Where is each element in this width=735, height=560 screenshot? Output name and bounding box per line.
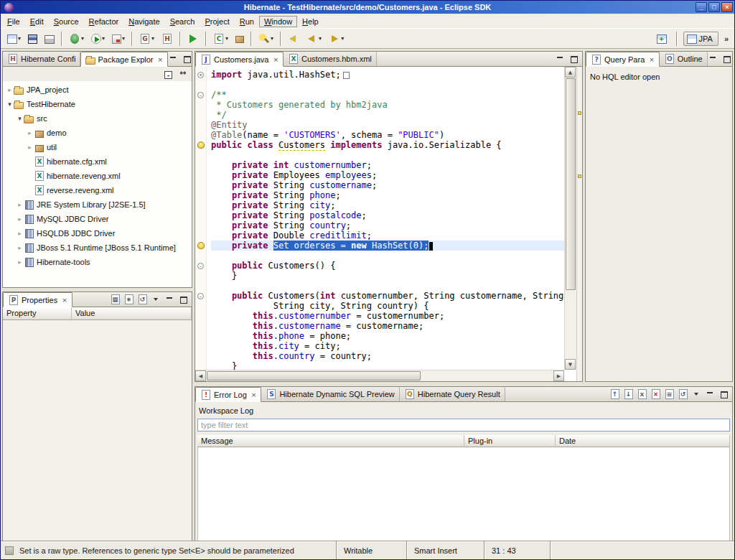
print-button[interactable] <box>42 32 57 46</box>
log-tab-error-log[interactable]: Error Log× <box>195 387 261 402</box>
expand-arrow-icon[interactable]: ▸ <box>16 215 24 223</box>
run-hql-button[interactable] <box>184 31 202 47</box>
minimize-button[interactable] <box>705 390 716 399</box>
vertical-scrollbar[interactable]: ▲ ▼ <box>564 67 576 370</box>
code-area[interactable]: import java.util.HashSet;/** * Customers… <box>207 67 564 370</box>
maximize-button[interactable] <box>178 295 189 304</box>
tree-item-hsqldb-jdbc-driver[interactable]: ▸HSQLDB JDBC Driver <box>3 226 192 241</box>
warning-icon[interactable] <box>197 242 205 249</box>
dropdown-arrow-icon[interactable]: ▾ <box>319 35 322 42</box>
maximize-button[interactable] <box>718 390 729 399</box>
tree-item-mysql-jdbc-driver[interactable]: ▸MySQL JDBC Driver <box>3 212 192 226</box>
fold-collapsed-icon[interactable]: + <box>197 72 204 78</box>
expand-arrow-icon[interactable]: ▸ <box>16 230 24 237</box>
expand-arrow-icon[interactable]: ▸ <box>26 144 34 151</box>
collapse-arrow-icon[interactable]: ▾ <box>6 101 14 108</box>
dropdown-arrow-icon[interactable]: ▾ <box>122 35 125 42</box>
menu-window[interactable]: Window <box>259 16 297 27</box>
tree-item-testhibernate[interactable]: ▾TestHibernate <box>3 97 192 111</box>
back-button[interactable]: ▾ <box>304 31 324 47</box>
new-wizard-button[interactable]: ▾ <box>4 32 24 46</box>
view-menu-button[interactable] <box>151 295 161 304</box>
title-bar[interactable]: Hibernate - TestHibernate/src/demo/Custo… <box>1 1 734 14</box>
scroll-up-button[interactable]: ▲ <box>565 67 576 78</box>
maximize-button[interactable] <box>721 55 732 64</box>
log-tab-hibernate-dynamic-sql-preview[interactable]: Hibernate Dynamic SQL Preview <box>261 387 399 401</box>
warning-icon[interactable] <box>197 141 205 149</box>
tree-item-src[interactable]: ▾src <box>3 111 192 126</box>
save-button[interactable] <box>25 32 40 46</box>
fold-expanded-icon[interactable]: - <box>197 293 204 299</box>
scroll-right-button[interactable]: ▶ <box>553 370 564 381</box>
expand-arrow-icon[interactable]: ▸ <box>26 129 34 136</box>
menu-run[interactable]: Run <box>235 16 259 27</box>
show-categories-button[interactable] <box>110 295 121 304</box>
run-button[interactable]: ▾ <box>88 32 108 46</box>
hibernate-codegen-button[interactable]: ▾ <box>136 31 157 47</box>
maximize-button[interactable] <box>568 55 579 64</box>
open-perspective-button[interactable] <box>654 32 670 46</box>
dropdown-arrow-icon[interactable]: ▾ <box>102 35 105 42</box>
filter-properties-button[interactable] <box>123 295 134 304</box>
restore-default-button[interactable] <box>137 295 148 304</box>
expand-arrow-icon[interactable]: ▸ <box>16 244 24 251</box>
tree-item-reverse-reveng-xml[interactable]: reverse.reveng.xml <box>3 183 192 197</box>
log-table-body[interactable] <box>197 447 730 555</box>
menu-refactor[interactable]: Refactor <box>84 16 124 27</box>
perspective-jpa-button[interactable]: JPA <box>683 32 718 46</box>
dropdown-arrow-icon[interactable]: ▾ <box>225 35 228 42</box>
menu-project[interactable]: Project <box>200 16 235 27</box>
collapse-all-button[interactable] <box>163 70 174 79</box>
column-header-message[interactable]: Message <box>197 435 464 447</box>
tree-item-hibernate-tools[interactable]: ▸Hibernate-tools <box>3 255 192 269</box>
fold-expanded-icon[interactable]: - <box>197 263 204 269</box>
code-editor[interactable]: +--- import java.util.HashSet;/** * Cust… <box>195 67 582 381</box>
fold-expanded-icon[interactable]: - <box>197 92 204 98</box>
scroll-left-button[interactable]: ◀ <box>195 370 206 381</box>
close-icon[interactable]: × <box>273 56 278 63</box>
external-tools-button[interactable]: ▾ <box>109 32 128 46</box>
scroll-down-button[interactable]: ▼ <box>565 359 576 370</box>
dropdown-arrow-icon[interactable]: ▾ <box>341 35 344 42</box>
tree-item-jpa-project[interactable]: ▸JPA_project <box>3 83 192 97</box>
open-log-button[interactable] <box>664 390 675 399</box>
new-package-button[interactable] <box>233 32 247 45</box>
dropdown-arrow-icon[interactable]: ▾ <box>151 35 154 42</box>
link-with-editor-button[interactable] <box>177 70 188 79</box>
close-icon[interactable]: × <box>251 391 257 398</box>
menu-file[interactable]: File <box>2 16 25 27</box>
warning-marker-icon[interactable] <box>578 174 581 178</box>
maximize-button[interactable]: □ <box>708 2 720 12</box>
editor-tab-customers-java[interactable]: Customers.java× <box>195 52 284 67</box>
view-menu-button[interactable] <box>691 390 702 399</box>
last-edit-location-button[interactable] <box>285 31 302 47</box>
tree-item-jre-system-library-j2se-1-5[interactable]: ▸JRE System Library [J2SE-1.5] <box>3 197 192 212</box>
collapse-arrow-icon[interactable]: ▾ <box>16 115 24 122</box>
menu-source[interactable]: Source <box>49 16 84 27</box>
close-button[interactable]: × <box>721 2 733 12</box>
expand-arrow-icon[interactable]: ▸ <box>6 86 14 93</box>
forward-button[interactable]: ▾ <box>326 31 347 47</box>
dropdown-arrow-icon[interactable]: ▾ <box>271 35 273 42</box>
editor-tab-customers-hbm-xml[interactable]: Customers.hbm.xml <box>284 52 377 66</box>
horizontal-scroll-thumb[interactable] <box>207 371 421 381</box>
import-log-button[interactable] <box>623 390 634 399</box>
minimize-button[interactable]: _ <box>696 2 707 12</box>
export-log-button[interactable] <box>609 390 620 399</box>
search-button[interactable]: ▾ <box>256 31 276 47</box>
toolbar-overflow-chevron[interactable]: » <box>721 34 731 43</box>
expand-arrow-icon[interactable]: ▸ <box>16 201 24 208</box>
restore-log-button[interactable] <box>678 390 688 399</box>
minimize-button[interactable] <box>168 55 179 64</box>
explorer-tab-hibernate-confi[interactable]: Hibernate Confi <box>3 52 80 66</box>
properties-tab-properties[interactable]: Properties× <box>3 292 72 307</box>
new-class-button[interactable]: ▾ <box>210 31 231 47</box>
log-filter-input[interactable] <box>197 419 730 431</box>
tree-item-hibernate-reveng-xml[interactable]: hibernate.reveng.xml <box>3 169 192 183</box>
query-tab-query-para[interactable]: Query Para× <box>586 52 660 67</box>
menu-navigate[interactable]: Navigate <box>123 16 164 27</box>
tree-item-demo[interactable]: ▸demo <box>3 126 192 140</box>
tree-item-jboss-5-1-runtime-jboss-5-1-runtime[interactable]: ▸JBoss 5.1 Runtime [JBoss 5.1 Runtime] <box>3 241 192 255</box>
clear-log-button[interactable] <box>637 390 647 399</box>
horizontal-scrollbar[interactable]: ◀ ▶ <box>195 370 564 381</box>
